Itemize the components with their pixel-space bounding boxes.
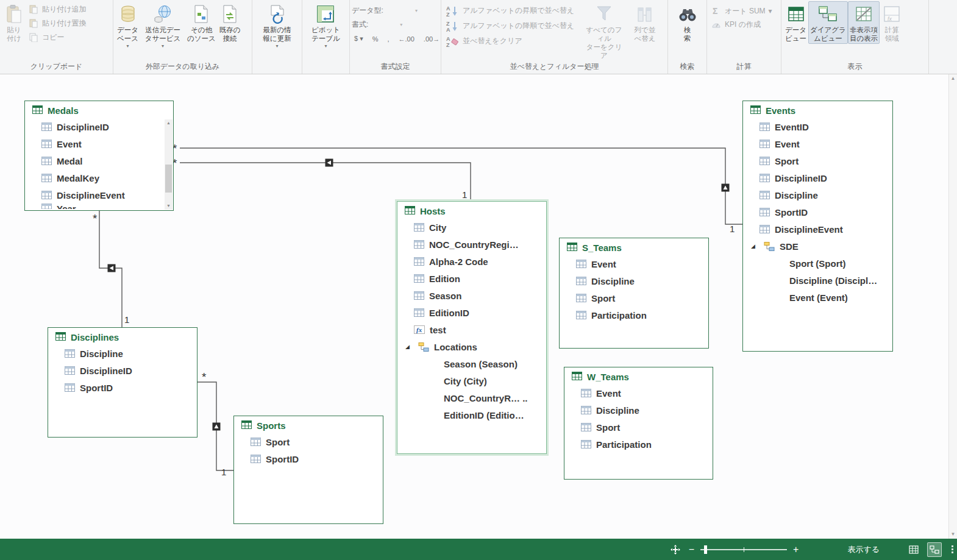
field-row[interactable]: Event xyxy=(564,385,713,402)
increase-decimal-button[interactable]: ←.00 xyxy=(396,35,417,43)
paste-button[interactable]: 貼り 付け xyxy=(2,1,26,44)
diagram-canvas[interactable]: *1*1*1*1 MedalsDisciplineIDEventMedalMed… xyxy=(0,74,957,539)
create-kpi-button[interactable]: KPI の作成 xyxy=(709,18,779,31)
zoom-slider[interactable] xyxy=(700,545,787,554)
existing-connections-button[interactable]: 既存の 接続 xyxy=(218,1,243,44)
zoom-in-button[interactable]: + xyxy=(793,545,799,555)
entity-title[interactable]: Sports xyxy=(234,416,383,433)
canvas-vertical-scrollbar[interactable]: ▲ ▼ xyxy=(948,74,957,539)
field-row[interactable]: City xyxy=(397,219,546,236)
clear-sort-button[interactable]: AZ 並べ替えをクリア xyxy=(443,34,582,49)
diagram-view-toggle-button[interactable] xyxy=(927,542,942,557)
pan-icon[interactable] xyxy=(668,542,683,557)
entity-title[interactable]: S_Teams xyxy=(560,238,708,255)
field-row[interactable]: Event xyxy=(560,255,708,272)
entity-Events[interactable]: EventsEventIDEventSportDisciplineIDDisci… xyxy=(742,101,893,352)
sort-descending-button[interactable]: ZA アルファベットの降順で並べ替え xyxy=(443,18,582,34)
thousands-button[interactable]: , xyxy=(385,35,391,43)
field-row[interactable]: Discipline xyxy=(743,186,892,204)
diagram-view-button[interactable]: ダイアグラ ムビュー xyxy=(808,1,848,44)
clear-filters-button[interactable]: すべてのフィル ターをクリア xyxy=(582,1,626,61)
hierarchy-level[interactable]: Sport (Sport) xyxy=(743,255,892,272)
field-row[interactable]: DisciplineEvent xyxy=(743,221,892,238)
entity-title[interactable]: W_Teams xyxy=(564,367,713,385)
grid-view-button[interactable] xyxy=(906,542,921,557)
entity-title[interactable]: Disciplines xyxy=(48,328,197,345)
field-row[interactable]: fxtest xyxy=(397,321,546,338)
field-row[interactable]: Participation xyxy=(560,307,708,324)
hierarchy-level[interactable]: Event (Event) xyxy=(743,289,892,306)
scroll-down-icon[interactable]: ▼ xyxy=(166,202,171,210)
collapse-triangle-icon[interactable]: ◢ xyxy=(405,344,413,350)
field-row[interactable]: Participation xyxy=(564,436,713,453)
field-row[interactable]: EditionID xyxy=(397,304,546,321)
zoom-out-button[interactable]: − xyxy=(689,545,694,555)
scroll-down-icon[interactable]: ▼ xyxy=(951,530,956,539)
field-row[interactable]: Discipline xyxy=(564,402,713,419)
currency-button[interactable]: $ ▾ xyxy=(352,34,366,43)
paste-replace-button[interactable]: 貼り付け置換 xyxy=(26,16,89,30)
data-type-combo[interactable]: ▾ xyxy=(386,5,419,16)
zoom-slider-handle[interactable] xyxy=(704,545,707,554)
field-row[interactable]: Edition xyxy=(397,270,546,287)
field-row[interactable]: Medal xyxy=(25,152,173,169)
entity-title[interactable]: Events xyxy=(743,101,892,118)
scroll-up-icon[interactable]: ▲ xyxy=(951,74,956,83)
resize-grip-icon[interactable] xyxy=(952,545,953,553)
collapse-triangle-icon[interactable]: ◢ xyxy=(751,243,759,249)
decrease-decimal-button[interactable]: .00→ xyxy=(421,35,442,43)
scroll-up-icon[interactable]: ▲ xyxy=(166,119,171,127)
hierarchy-level[interactable]: City (City) xyxy=(397,372,546,389)
other-sources-button[interactable]: その他 のソース xyxy=(185,1,218,44)
data-service-button[interactable]: 送信元デー タサービス ▾ xyxy=(140,1,185,51)
relationship-line-medals-hosts[interactable] xyxy=(180,163,471,201)
refresh-button[interactable]: 最新の情 報に更新 ▾ xyxy=(261,1,293,51)
entity-title[interactable]: Hosts xyxy=(397,202,546,219)
data-view-button[interactable]: データ ビュー xyxy=(783,1,808,44)
field-row[interactable]: DisciplineID xyxy=(25,118,173,135)
sort-by-column-button[interactable]: 列で並 べ替え xyxy=(626,1,664,44)
entity-Sports[interactable]: SportsSportSportID xyxy=(233,416,383,524)
field-row[interactable]: DisciplineID xyxy=(48,362,197,379)
entity-Disciplines[interactable]: DisciplinesDisciplineDisciplineIDSportID xyxy=(48,327,197,438)
hierarchy-level[interactable]: Discipline (Discipl… xyxy=(743,272,892,289)
field-row[interactable]: ◢Locations xyxy=(397,338,546,355)
field-row[interactable]: Alpha-2 Code xyxy=(397,253,546,270)
entity-scrollbar[interactable]: ▲▼ xyxy=(165,119,173,210)
field-row[interactable]: Sport xyxy=(234,433,383,450)
field-row[interactable]: DisciplineEvent xyxy=(25,186,173,204)
field-row[interactable]: Year xyxy=(25,204,173,209)
field-row[interactable]: Discipline xyxy=(560,272,708,289)
fit-to-screen-button[interactable]: 表示する xyxy=(847,544,880,555)
field-row[interactable]: Event xyxy=(743,135,892,152)
database-button[interactable]: データ ベース ▾ xyxy=(115,1,140,51)
field-row[interactable]: ◢SDE xyxy=(743,238,892,255)
field-row[interactable]: Sport xyxy=(560,289,708,307)
hierarchy-level[interactable]: NOC_CountryR… .. xyxy=(397,389,546,406)
field-row[interactable]: Sport xyxy=(743,152,892,169)
paste-append-button[interactable]: 貼り付け追加 xyxy=(26,2,89,16)
field-row[interactable]: SportID xyxy=(743,204,892,221)
calculation-area-button[interactable]: fx 計算 領域 xyxy=(880,1,904,44)
field-row[interactable]: MedalKey xyxy=(25,169,173,186)
copy-button[interactable]: コピー xyxy=(26,30,89,44)
hierarchy-level[interactable]: EditionID (Editio… xyxy=(397,406,546,424)
field-row[interactable]: Sport xyxy=(564,419,713,436)
autosum-button[interactable]: Σ オート SUM ▾ xyxy=(709,4,779,18)
percent-button[interactable]: % xyxy=(370,35,381,43)
entity-Medals[interactable]: MedalsDisciplineIDEventMedalMedalKeyDisc… xyxy=(24,101,174,211)
field-row[interactable]: Event xyxy=(25,135,173,152)
field-row[interactable]: DisciplineID xyxy=(743,169,892,186)
field-row[interactable]: Discipline xyxy=(48,345,197,362)
entity-title[interactable]: Medals xyxy=(25,101,173,118)
field-row[interactable]: Season xyxy=(397,287,546,304)
field-row[interactable]: NOC_CountryRegi… xyxy=(397,236,546,253)
entity-W_Teams[interactable]: W_TeamsEventDisciplineSportParticipation xyxy=(564,367,713,480)
format-combo[interactable]: ▾ xyxy=(371,19,404,30)
sort-ascending-button[interactable]: AZ アルファベットの昇順で並べ替え xyxy=(443,3,582,18)
entity-S_Teams[interactable]: S_TeamsEventDisciplineSportParticipation xyxy=(559,238,709,349)
show-hidden-button[interactable]: 非表示項 目の表示 xyxy=(848,1,880,44)
find-button[interactable]: 検 索 xyxy=(675,1,700,44)
field-row[interactable]: SportID xyxy=(234,450,383,467)
hierarchy-level[interactable]: Season (Season) xyxy=(397,355,546,372)
